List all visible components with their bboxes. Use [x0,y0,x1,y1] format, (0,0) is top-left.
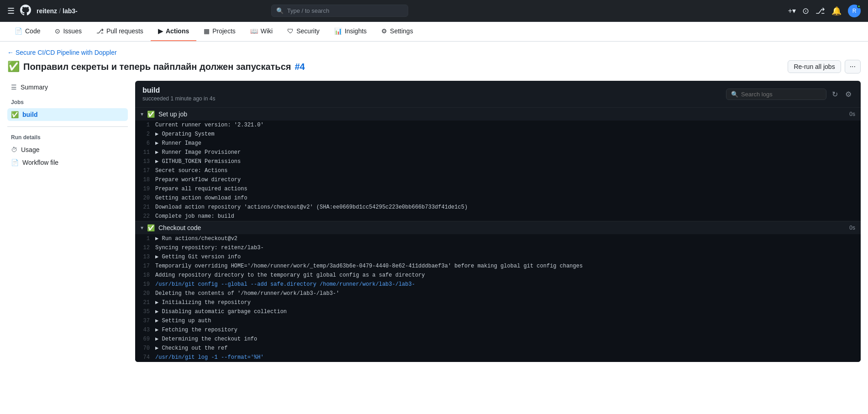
log-line[interactable]: 35 ▶ Disabling automatic garbage collect… [135,307,861,316]
workflow-file-label: Workflow file [22,159,58,166]
log-line[interactable]: 18 Prepare workflow directory [135,175,861,184]
nav-item-code[interactable]: 📄 Code [7,22,47,41]
log-line[interactable]: 1 ▶ Run actions/checkout@v2 [135,234,861,243]
log-settings-button[interactable]: ⚙ [843,88,853,100]
nav-item-projects[interactable]: ▦ Projects [196,22,243,41]
nav-item-wiki[interactable]: 📖 Wiki [243,22,280,41]
log-line[interactable]: 74 /usr/bin/git log -1 --format='%H' [135,353,861,362]
log-line[interactable]: 43 ▶ Fetching the repository [135,325,861,335]
nav-item-settings[interactable]: ⚙ Settings [374,22,421,41]
issue-icon[interactable]: ⊙ [802,6,809,16]
log-line[interactable]: 2 ▶ Operating System [135,130,861,139]
log-line[interactable]: 18 Adding repository directory to the te… [135,271,861,280]
line-num: 6 [139,139,155,148]
success-check-icon: ✅ [7,61,20,73]
breadcrumb-user[interactable]: reitenz [37,7,57,15]
log-line[interactable]: 19 Prepare all required actions [135,184,861,194]
settings-icon: ⚙ [381,27,387,35]
log-container: ▾ ✅ Set up job 0s 1 Current runner versi… [135,107,861,362]
summary-icon: ☰ [11,84,17,91]
log-line[interactable]: 13 ▶ Getting Git version info [135,252,861,262]
nav-item-issues[interactable]: ⊙ Issues [47,22,89,41]
run-details-section: Run details ⏱ Usage 📄 Workflow file [7,132,128,169]
issues-icon: ⊙ [55,27,60,35]
projects-icon: ▦ [204,27,210,35]
chevron-down-icon-2: ▾ [141,225,143,231]
line-content: /usr/bin/git config --global --add safe.… [155,280,415,289]
more-options-button[interactable]: ··· [845,60,861,73]
log-line[interactable]: 22 Complete job name: build [135,212,861,221]
log-section-checkout-header[interactable]: ▾ ✅ Checkout code 0s [135,221,861,234]
top-nav-actions: +▾ ⊙ ⎇ 🔔 R [788,5,861,17]
log-line[interactable]: 17 Temporarily overriding HOME='/home/ru… [135,262,861,271]
back-link[interactable]: ← Secure CI/CD Pipeline with Doppler [7,49,117,56]
line-content: ▶ Run actions/checkout@v2 [155,234,237,243]
log-line[interactable]: 21 Download action repository 'actions/c… [135,203,861,212]
log-line[interactable]: 13 ▶ GITHUB_TOKEN Permissions [135,157,861,166]
nav-item-insights[interactable]: 📊 Insights [327,22,374,41]
log-line[interactable]: 70 ▶ Checking out the ref [135,344,861,353]
workflow-file-icon: 📄 [11,159,19,166]
breadcrumb-repo[interactable]: lab3- [63,7,78,15]
sidebar-item-usage[interactable]: ⏱ Usage [7,143,128,156]
line-num: 13 [139,252,155,262]
line-num: 12 [139,243,155,252]
log-line[interactable]: 37 ▶ Setting up auth [135,316,861,325]
search-logs-input[interactable] [741,91,821,98]
line-num: 37 [139,316,155,325]
log-line[interactable]: 20 Deleting the contents of '/home/runne… [135,289,861,298]
bell-icon[interactable]: 🔔 [831,6,842,16]
pr-nav-icon: ⎇ [96,27,104,35]
log-section-setup-header[interactable]: ▾ ✅ Set up job 0s [135,107,861,121]
line-content: ▶ Initializing the repository [155,298,251,307]
search-icon: 🔍 [276,7,284,14]
build-header-controls: 🔍 ↻ ⚙ [726,88,853,100]
checkout-title: Checkout code [158,224,201,231]
build-success-icon: ✅ [11,111,19,118]
nav-item-security[interactable]: 🛡 Security [280,22,327,41]
page-title: ✅ Поправил секреты и теперь пайплайн дол… [7,61,305,73]
line-num: 22 [139,212,155,221]
log-line[interactable]: 1 Current runner version: '2.321.0' [135,121,861,130]
pr-icon[interactable]: ⎇ [815,6,825,16]
log-line[interactable]: 69 ▶ Determining the checkout info [135,335,861,344]
log-line[interactable]: 17 Secret source: Actions [135,166,861,175]
setup-success-icon: ✅ [147,110,155,118]
sidebar-item-workflow-file[interactable]: 📄 Workflow file [7,156,128,169]
line-content: ▶ Runner Image Provisioner [155,148,241,157]
build-title: build [142,86,215,94]
add-icon[interactable]: +▾ [788,6,796,15]
sidebar-item-build[interactable]: ✅ build [7,108,128,121]
log-line[interactable]: 11 ▶ Runner Image Provisioner [135,148,861,157]
search-logs-icon: 🔍 [731,91,738,98]
rerun-all-button[interactable]: Re-run all jobs [788,60,841,73]
log-line[interactable]: 6 ▶ Runner Image [135,139,861,148]
sidebar-item-summary[interactable]: ☰ Summary [7,81,128,94]
page-title-text: Поправил секреты и теперь пайплайн долже… [23,62,291,72]
build-info: build succeeded 1 minute ago in 4s [142,86,215,102]
log-area: build succeeded 1 minute ago in 4s 🔍 ↻ ⚙ [135,81,861,362]
avatar-dot [857,5,861,8]
refresh-log-button[interactable]: ↻ [830,88,840,100]
line-content: Temporarily overriding HOME='/home/runne… [155,262,583,271]
line-content: Deleting the contents of '/home/runner/w… [155,289,339,298]
avatar[interactable]: R [848,5,861,17]
log-line[interactable]: 21 ▶ Initializing the repository [135,298,861,307]
sidebar-jobs-section: Jobs ✅ build [7,97,128,121]
log-line[interactable]: 19 /usr/bin/git config --global --add sa… [135,280,861,289]
github-logo-icon[interactable] [20,5,31,17]
breadcrumb-sep: / [59,7,61,15]
line-num: 19 [139,184,155,194]
search-logs-container[interactable]: 🔍 [726,89,826,100]
nav-item-pull-requests[interactable]: ⎇ Pull requests [89,22,151,41]
build-log-header: build succeeded 1 minute ago in 4s 🔍 ↻ ⚙ [135,81,861,107]
wiki-icon: 📖 [250,27,258,35]
log-line[interactable]: 12 Syncing repository: reitenz/lab3- [135,243,861,252]
top-nav-search[interactable]: 🔍 Type / to search [271,5,408,17]
line-content: ▶ Disabling automatic garbage collection [155,307,287,316]
run-number[interactable]: #4 [295,62,305,72]
line-num: 20 [139,289,155,298]
log-line[interactable]: 20 Getting action download info [135,194,861,203]
nav-item-actions[interactable]: ▶ Actions [151,22,196,41]
hamburger-icon[interactable]: ☰ [7,6,15,16]
